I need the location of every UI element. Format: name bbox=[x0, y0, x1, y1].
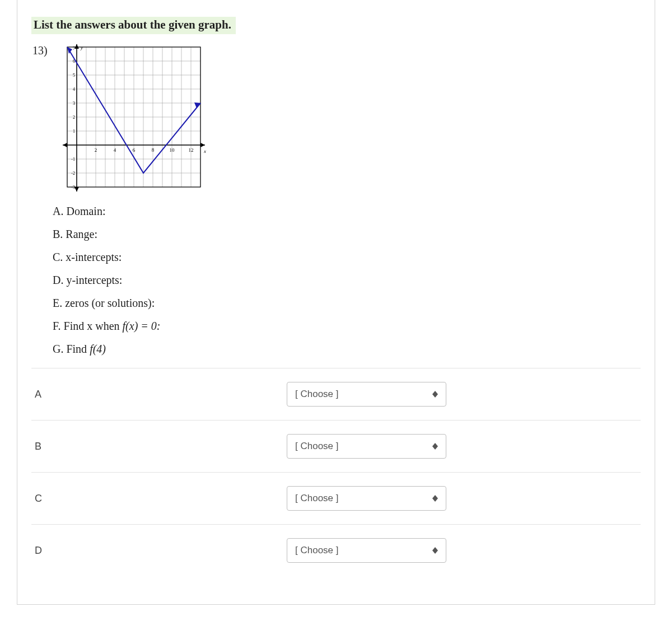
y-tick--1: -1 bbox=[71, 157, 75, 162]
svg-marker-40 bbox=[432, 498, 438, 502]
prompt-C: C. x-intercepts: bbox=[53, 251, 641, 264]
prompt-F: F. Find x when f(x) = 0: bbox=[53, 320, 641, 333]
y-tick--2: -2 bbox=[71, 171, 75, 176]
prompt-G-pre: G. Find bbox=[53, 343, 90, 355]
prompt-D: D. y-intercepts: bbox=[53, 274, 641, 287]
choose-placeholder-B: [ Choose ] bbox=[295, 441, 339, 452]
chevron-updown-icon bbox=[432, 443, 438, 450]
answer-label-B: B bbox=[31, 441, 287, 452]
choose-dropdown-A[interactable]: [ Choose ] bbox=[287, 382, 446, 407]
svg-marker-36 bbox=[432, 394, 438, 398]
svg-marker-38 bbox=[432, 446, 438, 450]
x-tick-4: 4 bbox=[114, 147, 116, 153]
y-axis-label: y bbox=[80, 45, 83, 50]
answer-row-D: D [ Choose ] bbox=[31, 524, 641, 576]
prompt-G: G. Find f(4) bbox=[53, 343, 641, 356]
prompt-A: A. Domain: bbox=[53, 205, 641, 218]
chevron-updown-icon bbox=[432, 547, 438, 554]
choose-placeholder-A: [ Choose ] bbox=[295, 389, 339, 400]
svg-marker-29 bbox=[200, 143, 205, 147]
question-number: 13) bbox=[32, 44, 54, 57]
prompt-list: A. Domain: B. Range: C. x-intercepts: D.… bbox=[53, 205, 641, 356]
answer-row-C: C [ Choose ] bbox=[31, 472, 641, 524]
y-tick-5: 5 bbox=[73, 73, 75, 78]
chevron-updown-icon bbox=[432, 495, 438, 502]
prompt-G-fx: f(4) bbox=[90, 343, 106, 355]
answer-row-B: B [ Choose ] bbox=[31, 420, 641, 472]
answer-label-A: A bbox=[31, 389, 287, 400]
svg-marker-33 bbox=[67, 47, 72, 54]
prompt-F-pre: F. Find x when bbox=[53, 320, 123, 332]
choose-dropdown-B[interactable]: [ Choose ] bbox=[287, 434, 446, 459]
answer-label-D: D bbox=[31, 545, 287, 557]
y-tick-2: 2 bbox=[73, 115, 75, 120]
question-card: List the answers about the given graph. … bbox=[17, 0, 655, 605]
graph-figure: 2 4 6 8 10 12 -3 -2 -1 1 2 3 bbox=[62, 44, 207, 195]
prompt-E: E. zeros (or solutions): bbox=[53, 297, 641, 310]
svg-marker-32 bbox=[74, 187, 79, 192]
y-tick--3: -3 bbox=[71, 185, 75, 190]
answer-label-C: C bbox=[31, 493, 287, 505]
y-tick-4: 4 bbox=[73, 87, 75, 92]
y-tick-7: 7 bbox=[73, 46, 75, 51]
answer-row-A: A [ Choose ] bbox=[31, 368, 641, 420]
prompt-F-fx: f(x) = 0: bbox=[123, 320, 161, 332]
x-tick-2: 2 bbox=[95, 147, 97, 153]
choose-dropdown-D[interactable]: [ Choose ] bbox=[287, 538, 446, 563]
choose-placeholder-C: [ Choose ] bbox=[295, 493, 339, 504]
x-axis-label: x bbox=[203, 148, 206, 154]
x-tick-8: 8 bbox=[152, 147, 155, 153]
x-tick-10: 10 bbox=[170, 147, 175, 153]
instruction-text: List the answers about the given graph. bbox=[31, 17, 236, 34]
prompt-B: B. Range: bbox=[53, 228, 641, 241]
x-tick-6: 6 bbox=[133, 147, 136, 153]
chevron-updown-icon bbox=[432, 391, 438, 398]
svg-marker-42 bbox=[432, 550, 438, 554]
svg-marker-31 bbox=[74, 44, 79, 49]
answer-section: A [ Choose ] B [ Choose ] bbox=[31, 368, 641, 576]
choose-placeholder-D: [ Choose ] bbox=[295, 545, 339, 556]
svg-marker-30 bbox=[63, 143, 67, 147]
y-tick-1: 1 bbox=[73, 129, 75, 134]
y-tick-3: 3 bbox=[73, 101, 75, 106]
choose-dropdown-C[interactable]: [ Choose ] bbox=[287, 486, 446, 511]
x-tick-12: 12 bbox=[189, 147, 194, 153]
